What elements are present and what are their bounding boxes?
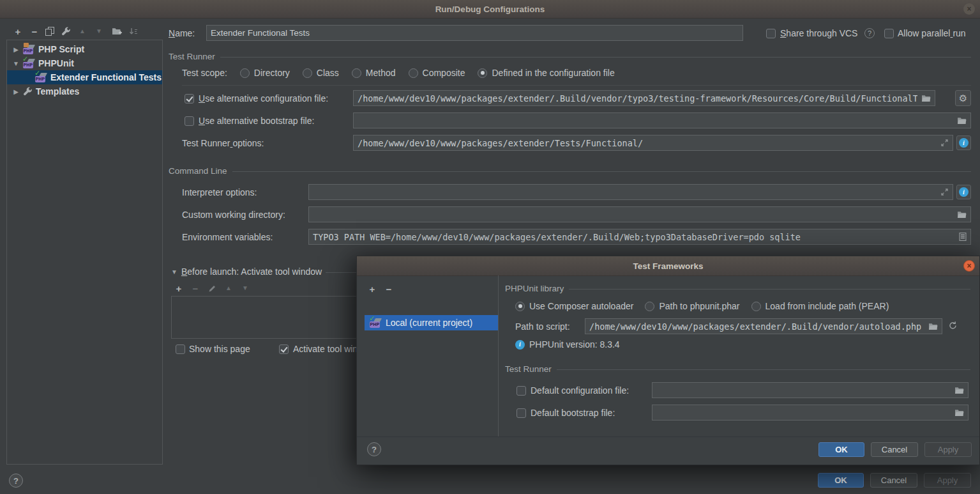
window-close-icon[interactable]: × (963, 3, 975, 15)
folder-icon[interactable] (954, 408, 964, 417)
tree-item-extender-functional-tests[interactable]: ✓PHP Extender Functional Tests (7, 70, 162, 84)
before-launch-edit-button[interactable] (206, 282, 218, 294)
wrench-icon (61, 27, 71, 36)
folder-icon[interactable] (921, 94, 931, 102)
activate-tool-window-checkbox[interactable] (279, 344, 289, 354)
move-up-button[interactable]: ▲ (76, 26, 89, 37)
share-through-vcs-checkbox[interactable] (766, 29, 776, 38)
expand-icon[interactable] (940, 188, 949, 196)
expand-icon[interactable] (940, 139, 949, 147)
add-configuration-button[interactable]: + (11, 26, 24, 37)
use-alternative-bootstrap-file-checkbox[interactable] (185, 116, 194, 126)
chevron-down-icon[interactable]: ▼ (12, 60, 20, 67)
scope-composite-radio[interactable]: Composite (409, 68, 465, 78)
screen: { "window": { "title": "Run/Debug Config… (0, 0, 980, 494)
sort-az-icon (129, 27, 138, 36)
info-icon: i (515, 340, 525, 350)
framework-item-local[interactable]: ✓PHP Local (current project) (365, 315, 498, 330)
tree-item-label: PHP Script (38, 44, 84, 54)
dialog-close-icon[interactable]: × (963, 260, 975, 272)
path-to-script-input[interactable]: /home/www/dev10/www/packages/extender/.B… (585, 318, 942, 334)
apply-button[interactable]: Apply (924, 473, 971, 488)
scope-defined-in-configuration-file-radio[interactable]: Defined in the configuration file (478, 68, 614, 78)
interpreter-options-info-button[interactable]: i (956, 185, 971, 199)
scope-directory-radio[interactable]: Directory (240, 68, 290, 78)
help-button[interactable]: ? (9, 474, 23, 488)
before-launch-move-up-button[interactable]: ▲ (222, 282, 235, 294)
use-alternative-configuration-file-label: Use alternative configuration file: (199, 93, 328, 104)
plus-icon: + (15, 27, 21, 36)
tree-item-phpunit[interactable]: ▼ ✓PHP PHPUnit (7, 56, 162, 70)
dialog-titlebar: Test Frameworks × (357, 256, 979, 276)
show-this-page-label: Show this page (189, 344, 250, 354)
default-bootstrap-file-input[interactable] (652, 405, 969, 421)
folder-icon[interactable] (957, 210, 967, 219)
test-runner-options-input[interactable]: /home/www/dev10/www/packages/extender/Te… (353, 135, 953, 151)
tree-item-label: Extender Functional Tests (50, 72, 162, 82)
ok-button[interactable]: OK (818, 473, 864, 488)
dialog-title: Test Frameworks (633, 261, 703, 271)
minus-icon: − (32, 27, 38, 36)
chevron-down-icon[interactable]: ▼ (171, 268, 177, 275)
tree-item-templates[interactable]: ▶ Templates (7, 84, 162, 98)
tree-item-label: Templates (36, 86, 79, 96)
before-launch-add-button[interactable]: + (172, 282, 185, 294)
add-framework-button[interactable]: + (366, 283, 379, 295)
info-icon: i (959, 138, 969, 148)
dialog-apply-button[interactable]: Apply (924, 442, 972, 457)
configuration-settings-button[interactable]: ⚙ (955, 90, 971, 106)
scope-method-radio[interactable]: Method (352, 68, 396, 78)
default-configuration-file-checkbox[interactable] (516, 386, 526, 396)
arrow-up-icon: ▲ (79, 28, 86, 35)
cancel-button[interactable]: Cancel (870, 473, 917, 488)
remove-configuration-button[interactable]: − (28, 26, 41, 37)
show-this-page-checkbox[interactable] (176, 344, 185, 354)
pencil-icon (208, 284, 216, 293)
use-alternative-configuration-file-checkbox[interactable] (185, 94, 194, 104)
browse-variables-icon[interactable] (959, 233, 967, 241)
plus-icon: + (176, 284, 182, 293)
dialog-ok-button[interactable]: OK (818, 442, 864, 457)
dialog-test-runner-group-header: Test Runner (505, 364, 970, 374)
alternative-bootstrap-file-input[interactable] (353, 112, 971, 128)
chevron-right-icon[interactable]: ▶ (12, 88, 20, 95)
path-to-phpunit-phar-radio[interactable]: Path to phpunit.phar (645, 301, 739, 311)
minus-icon: − (193, 284, 199, 293)
vcs-help-icon[interactable]: ? (864, 28, 875, 38)
reload-phpunit-version-button[interactable] (948, 321, 958, 330)
move-down-button[interactable]: ▼ (93, 26, 105, 37)
allow-parallel-run-checkbox[interactable] (884, 29, 894, 38)
copy-configuration-button[interactable] (43, 26, 56, 37)
create-folder-button[interactable] (110, 26, 123, 37)
interpreter-options-input[interactable] (308, 184, 953, 200)
plus-icon: + (370, 284, 375, 294)
sort-configurations-button[interactable] (127, 26, 140, 37)
scope-class-radio[interactable]: Class (303, 68, 339, 78)
load-from-include-path-radio[interactable]: Load from include path (PEAR) (751, 301, 889, 311)
use-composer-autoloader-radio[interactable]: Use Composer autoloader (515, 301, 633, 311)
alternative-configuration-file-input[interactable]: /home/www/dev10/www/packages/extender/.B… (353, 90, 935, 106)
default-bootstrap-file-checkbox[interactable] (516, 408, 526, 418)
dialog-cancel-button[interactable]: Cancel (871, 442, 918, 457)
test-frameworks-dialog: Test Frameworks × + − ✓PHP Local (curren… (356, 256, 980, 465)
before-launch-remove-button[interactable]: − (189, 282, 202, 294)
folder-icon[interactable] (957, 116, 967, 125)
before-launch-move-down-button[interactable]: ▼ (239, 282, 252, 294)
folder-icon[interactable] (928, 322, 938, 330)
test-runner-options-info-button[interactable]: i (956, 135, 971, 150)
edit-templates-button[interactable] (59, 26, 72, 37)
gear-icon: ⚙ (959, 93, 967, 103)
chevron-right-icon[interactable]: ▶ (12, 46, 20, 53)
tree-item-php-script[interactable]: ▶ PHP PHP Script (7, 42, 162, 56)
custom-working-directory-input[interactable] (308, 206, 971, 222)
interpreter-options-label: Interpreter options: (182, 187, 257, 197)
default-configuration-file-input[interactable] (652, 382, 969, 398)
default-configuration-file-label: Default configuration file: (531, 385, 629, 396)
dialog-help-button[interactable]: ? (367, 442, 381, 456)
test-scope-label: Test scope: (182, 68, 227, 78)
remove-framework-button[interactable]: − (382, 283, 395, 295)
name-input[interactable]: Extender Functional Tests (206, 25, 743, 41)
folder-icon[interactable] (954, 386, 964, 394)
phpunit-version-text: PHPUnit version: 8.3.4 (529, 339, 620, 350)
environment-variables-input[interactable]: TYPO3_PATH_WEB=/home/www/dev10/www/packa… (308, 229, 971, 245)
